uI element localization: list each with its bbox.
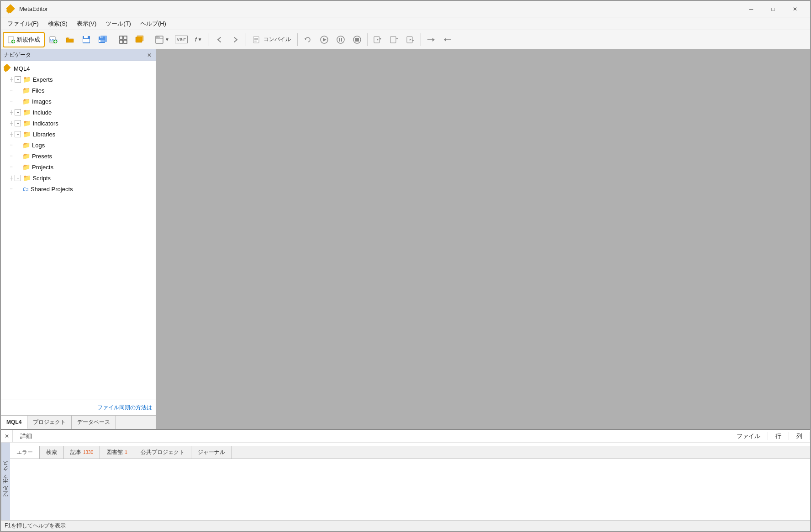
save-button[interactable] <box>79 32 94 47</box>
add-to-project-button[interactable]: MQL <box>46 32 61 47</box>
menubar: ファイル(F) 検索(S) 表示(V) ツール(T) ヘルプ(H) <box>1 17 810 30</box>
jump-right-button[interactable] <box>423 32 439 47</box>
sync-help-link[interactable]: ファイル同期の方法は <box>97 404 152 411</box>
jump-right-icon <box>427 35 436 44</box>
svg-rect-14 <box>83 39 90 42</box>
template-button[interactable]: MQL ▼ <box>153 32 172 47</box>
nav-back-button[interactable] <box>211 32 227 47</box>
tree-item-projects[interactable]: ┄ 📁 Projects <box>1 162 156 172</box>
experts-expand-button[interactable]: + <box>15 76 21 83</box>
menu-help[interactable]: ヘルプ(H) <box>136 18 171 30</box>
tree-area: MQL4 ┼ + 📁 Experts ┄ 📁 Files ┄ 📁 <box>1 61 156 400</box>
indicators-folder-icon: 📁 <box>23 120 31 127</box>
svg-marker-34 <box>323 38 327 42</box>
tree-item-libraries[interactable]: ┼ + 📁 Libraries <box>1 129 156 140</box>
scripts-expand-button[interactable]: + <box>15 175 21 181</box>
bottom-main: エラー 検索 記事 1330 図書館 1 公共プロジェクト ジャーナル <box>10 443 810 520</box>
tree-item-images[interactable]: ┄ 📁 Images <box>1 96 156 107</box>
bottom-col-file: ファイル <box>729 432 768 440</box>
libraries-folder-icon: 📁 <box>23 130 31 138</box>
svg-rect-37 <box>341 38 342 42</box>
layout-cascade-icon <box>135 35 144 44</box>
step-over-button[interactable] <box>386 32 402 47</box>
jump-left-button[interactable] <box>440 32 455 47</box>
debug-stop-button[interactable] <box>349 32 365 47</box>
editor-area <box>156 49 810 429</box>
tree-item-images-label: Images <box>32 98 52 105</box>
tab-mql4[interactable]: MQL4 <box>1 416 27 429</box>
menu-tools[interactable]: ツール(T) <box>101 18 136 30</box>
open-button[interactable] <box>62 32 78 47</box>
bottom-panel-close-button[interactable]: ✕ <box>1 430 13 443</box>
include-expand-button[interactable]: + <box>15 109 21 115</box>
svg-rect-36 <box>339 38 340 42</box>
compile-button[interactable]: コンパイル <box>248 32 295 47</box>
nav-forward-button[interactable] <box>228 32 243 47</box>
new-button-label: 新規作成 <box>16 36 40 44</box>
layout-tiled-button[interactable] <box>116 32 131 47</box>
library-badge: 1 <box>125 450 127 455</box>
tree-item-include[interactable]: ┼ + 📁 Include <box>1 107 156 118</box>
navigator-close-button[interactable]: ✕ <box>146 52 153 59</box>
toolbar: 新規作成 MQL <box>1 30 810 49</box>
bottom-columns: 詳細 ファイル 行 列 <box>13 432 810 440</box>
step-out-button[interactable] <box>403 32 418 47</box>
menu-file[interactable]: ファイル(F) <box>3 18 43 30</box>
tab-search[interactable]: 検索 <box>40 446 64 459</box>
new-file-button[interactable]: 新規作成 <box>3 32 45 47</box>
layout-cascade-button[interactable] <box>132 32 147 47</box>
debug-restart-button[interactable] <box>300 32 316 47</box>
bottom-content-area: ツールボックス エラー 検索 記事 1330 図書館 1 <box>1 443 810 520</box>
toolbox-tab[interactable]: ツールボックス <box>1 443 10 520</box>
mql4-logo-icon <box>4 64 12 73</box>
step-in-button[interactable] <box>370 32 385 47</box>
svg-rect-21 <box>120 40 123 43</box>
tree-item-presets[interactable]: ┄ 📁 Presets <box>1 151 156 162</box>
svg-rect-20 <box>124 36 127 39</box>
svg-rect-39 <box>355 38 359 42</box>
tree-item-files[interactable]: ┄ 📁 Files <box>1 85 156 96</box>
tree-item-indicators-label: Indicators <box>32 120 58 127</box>
debug-play-button[interactable] <box>316 32 332 47</box>
tab-database[interactable]: データベース <box>72 416 116 429</box>
tree-item-shared-projects[interactable]: ┄ 🗂 Shared Projects <box>1 183 156 194</box>
tree-root-mql4[interactable]: MQL4 <box>1 63 156 74</box>
tree-item-experts[interactable]: ┼ + 📁 Experts <box>1 74 156 85</box>
save-all-button[interactable] <box>95 32 111 47</box>
menu-view[interactable]: 表示(V) <box>72 18 101 30</box>
images-folder-icon: 📁 <box>22 98 30 105</box>
svg-rect-13 <box>84 36 88 38</box>
debug-pause-button[interactable] <box>333 32 348 47</box>
bottom-content <box>10 443 810 446</box>
tree-item-logs[interactable]: ┄ 📁 Logs <box>1 140 156 151</box>
tree-item-indicators[interactable]: ┼ + 📁 Indicators <box>1 118 156 129</box>
navigator-footer: ファイル同期の方法は <box>1 400 156 415</box>
tab-errors[interactable]: エラー <box>10 446 40 459</box>
close-button[interactable]: ✕ <box>785 2 806 16</box>
menu-search[interactable]: 検索(S) <box>43 18 72 30</box>
tab-library[interactable]: 図書館 1 <box>100 446 134 459</box>
maximize-button[interactable]: □ <box>763 2 784 16</box>
tab-project[interactable]: プロジェクト <box>27 416 72 429</box>
layout-tiled-icon <box>119 35 128 44</box>
presets-folder-icon: 📁 <box>22 152 30 160</box>
svg-rect-44 <box>390 37 396 43</box>
navigator-tabs: MQL4 プロジェクト データベース <box>1 415 156 429</box>
tab-journal[interactable]: ジャーナル <box>191 446 232 459</box>
tree-item-include-label: Include <box>32 109 52 116</box>
libraries-expand-button[interactable]: + <box>15 131 21 137</box>
tab-public-projects[interactable]: 公共プロジェクト <box>134 446 191 459</box>
minimize-button[interactable]: ─ <box>741 2 762 16</box>
tree-item-scripts[interactable]: ┼ + 📁 Scripts <box>1 172 156 183</box>
tree-item-scripts-label: Scripts <box>32 175 51 182</box>
indicators-expand-button[interactable]: + <box>15 120 21 126</box>
svg-marker-43 <box>380 38 381 40</box>
bottom-col-col: 列 <box>789 432 810 440</box>
main-area: ナビゲータ ✕ MQL4 ┼ + 📁 Experts ┄ <box>1 49 810 429</box>
tab-articles[interactable]: 記事 1330 <box>64 446 100 459</box>
function-button[interactable]: f ▼ <box>191 32 206 47</box>
compile-label: コンパイル <box>263 36 291 43</box>
tree-item-experts-label: Experts <box>32 76 53 83</box>
separator-1 <box>113 33 113 46</box>
var-button[interactable]: var <box>173 32 190 47</box>
